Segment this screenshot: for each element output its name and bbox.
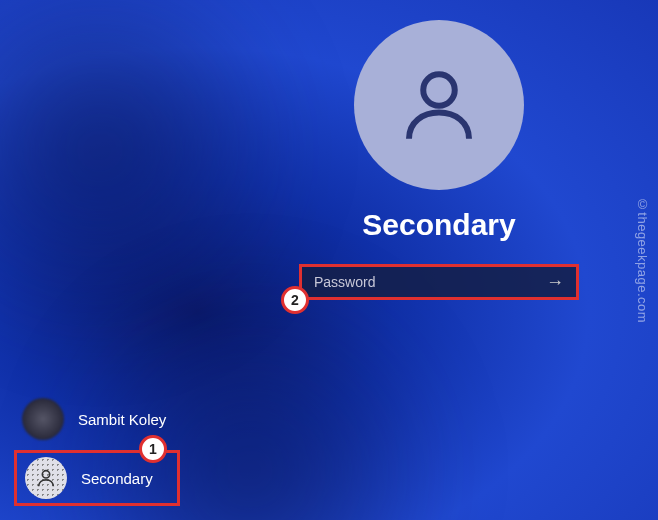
password-placeholder: Password bbox=[314, 274, 546, 290]
password-row: Password → 2 bbox=[299, 264, 579, 300]
user-avatar-icon bbox=[25, 457, 67, 499]
annotation-step-2: 2 bbox=[281, 286, 309, 314]
submit-arrow-icon[interactable]: → bbox=[546, 272, 564, 293]
user-avatar-large bbox=[354, 20, 524, 190]
annotation-step-1: 1 bbox=[139, 435, 167, 463]
user-item-label: Sambit Koley bbox=[78, 411, 166, 428]
svg-point-1 bbox=[42, 471, 49, 478]
person-icon bbox=[394, 60, 484, 150]
password-input[interactable]: Password → bbox=[299, 264, 579, 300]
svg-point-0 bbox=[423, 74, 455, 106]
username-display: Secondary bbox=[362, 208, 515, 242]
user-item-label: Secondary bbox=[81, 470, 153, 487]
watermark-text: ©thegeekpage.com bbox=[635, 197, 650, 323]
user-avatar-icon bbox=[22, 398, 64, 440]
person-icon bbox=[35, 467, 57, 489]
user-switcher-list: Sambit Koley Secondary 1 bbox=[14, 394, 180, 506]
login-center: Secondary Password → 2 bbox=[299, 20, 579, 300]
user-item-secondary[interactable]: Secondary 1 bbox=[14, 450, 180, 506]
